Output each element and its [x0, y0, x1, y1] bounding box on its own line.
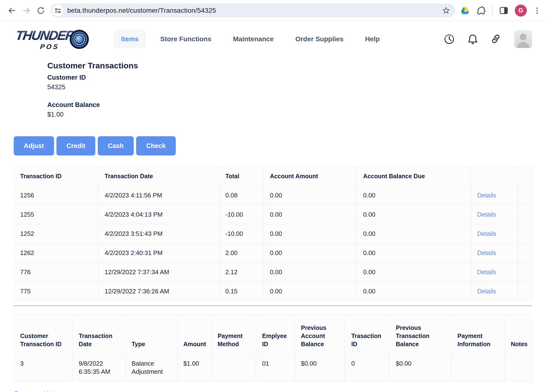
browser-profile-avatar[interactable]: G [515, 5, 527, 17]
customer-id-label: Customer ID [47, 73, 546, 82]
customer-transactions-col-header: Customer Transaction ID [14, 315, 72, 354]
customer-transaction-cell [504, 354, 532, 381]
cell-account-amount: 0.00 [264, 282, 357, 301]
customer-transaction-cell [211, 354, 256, 381]
browser-forward-button[interactable] [19, 3, 34, 18]
bookmark-star-icon[interactable] [442, 6, 450, 15]
adjust-button[interactable]: Adjust [14, 136, 54, 155]
details-cell: Details [471, 282, 517, 301]
browser-reload-button[interactable] [34, 3, 48, 18]
credit-button[interactable]: Credit [56, 136, 95, 155]
details-cell: Details [471, 244, 517, 263]
details-link[interactable]: Details [477, 288, 496, 295]
address-bar[interactable]: beta.thunderpos.net/customer/Transaction… [50, 4, 455, 18]
svg-text:THUNDER: THUNDER [15, 28, 76, 43]
customer-transaction-cell: $0.00 [295, 354, 345, 381]
cell-transaction-id: 1262 [14, 244, 98, 263]
customer-list-link[interactable]: Customer List [14, 390, 54, 392]
browser-menu-icon[interactable] [533, 6, 541, 15]
side-panel-icon[interactable] [499, 6, 508, 15]
transaction-row: 77612/29/2022 7:37:34 AM2.120.000.00Deta… [14, 263, 532, 282]
details-cell: Details [471, 263, 517, 282]
account-balance-label: Account Balance [47, 101, 546, 109]
customer-transaction-cell: 0 [345, 354, 390, 381]
cell-transaction-id: 776 [14, 263, 98, 282]
nav-item-store-functions[interactable]: Store Functions [153, 30, 219, 48]
forward-arrow-icon [22, 6, 31, 15]
cell-balance-due: 0.00 [357, 205, 471, 224]
link-icon [491, 34, 502, 45]
transaction-row: 12554/2/2023 4:04:13 PM-10.000.000.00Det… [14, 205, 532, 224]
customer-transactions-col-header: Payment Information [451, 315, 504, 354]
main-nav: Items Store Functions Maintenance Order … [114, 30, 444, 48]
site-settings-button[interactable] [52, 5, 63, 16]
details-link[interactable]: Details [477, 268, 496, 276]
customer-transaction-cell: 9/8/2022 6:35:35 AM [72, 354, 125, 381]
extensions-puzzle-icon[interactable] [476, 6, 486, 15]
link-button[interactable] [491, 34, 502, 45]
cell-balance-due: 0.00 [357, 224, 471, 244]
bell-icon [468, 34, 478, 45]
nav-item-order-supplies[interactable]: Order Supplies [288, 30, 351, 48]
details-link[interactable]: Details [477, 211, 496, 218]
notifications-button[interactable] [467, 34, 478, 45]
page-title: Customer Transactions [47, 60, 546, 70]
details-link[interactable]: Details [477, 230, 496, 237]
empty-cell [517, 224, 532, 244]
avatar-silhouette-icon [514, 30, 532, 48]
payment-actions: Adjust Credit Cash Check [14, 136, 546, 155]
cell-transaction-id: 1256 [14, 186, 98, 205]
app-header: THUNDER POS Items Store Functions Mainte… [0, 21, 546, 57]
cell-transaction-date: 4/2/2023 3:51:43 PM [98, 224, 219, 244]
customer-transactions-col-header: Amount [177, 315, 211, 354]
nav-item-maintenance[interactable]: Maintenance [226, 30, 281, 48]
customer-transaction-cell: 3 [14, 354, 72, 381]
nav-item-help[interactable]: Help [358, 30, 387, 48]
details-link[interactable]: Details [477, 192, 496, 199]
toolbar-divider [492, 6, 493, 15]
col-total: Total [219, 167, 264, 186]
empty-cell [517, 263, 532, 282]
cash-button[interactable]: Cash [98, 136, 134, 155]
url-text[interactable]: beta.thunderpos.net/customer/Transaction… [67, 7, 442, 14]
col-details-blank [471, 167, 517, 186]
transactions-table: Transaction ID Transaction Date Total Ac… [14, 166, 532, 301]
customer-transactions-col-header: Previous Transaction Balance [390, 315, 451, 354]
customer-transactions-col-header: Type [125, 315, 177, 354]
thunderpos-logo[interactable]: THUNDER POS [14, 25, 91, 54]
cell-transaction-date: 4/2/2023 4:11:56 PM [98, 186, 219, 205]
cell-account-amount: 0.00 [264, 224, 357, 244]
history-clock-icon [444, 34, 455, 45]
empty-cell [517, 282, 532, 301]
customer-transactions-col-header: Emplyee ID [256, 315, 295, 354]
cell-total: 0.15 [219, 282, 264, 301]
cell-total: 0.08 [219, 186, 264, 205]
details-cell: Details [471, 186, 517, 205]
customer-transactions-col-header: Payment Method [211, 315, 256, 354]
col-account-balance-due: Account Balance Due [357, 167, 471, 186]
cell-balance-due: 0.00 [357, 282, 471, 301]
customer-transactions-col-header: Previous Account Balance [295, 315, 345, 354]
history-clock-button[interactable] [444, 34, 455, 45]
cell-transaction-date: 12/29/2022 7:37:34 AM [98, 263, 219, 282]
svg-text:POS: POS [40, 43, 60, 50]
check-button[interactable]: Check [136, 136, 176, 155]
col-account-amount: Account Amount [264, 167, 357, 186]
empty-cell [517, 205, 532, 224]
browser-back-button[interactable] [5, 3, 19, 18]
tune-icon [55, 7, 61, 14]
header-icons [444, 30, 532, 48]
nav-item-items[interactable]: Items [114, 30, 146, 48]
google-drive-icon[interactable] [460, 6, 470, 16]
account-balance-value: $1.00 [47, 110, 546, 119]
customer-transaction-cell: 01 [256, 354, 295, 381]
cell-transaction-date: 4/2/2023 4:04:13 PM [98, 205, 219, 224]
thunderpos-logo-image: THUNDER POS [14, 25, 91, 53]
details-link[interactable]: Details [477, 249, 496, 256]
customer-transactions-col-header: Trasaction ID [345, 315, 390, 354]
customer-transactions-col-header: Transaction Date [72, 315, 125, 354]
transactions-header-row: Transaction ID Transaction Date Total Ac… [14, 167, 532, 186]
table-separator [14, 305, 532, 306]
cell-balance-due: 0.00 [357, 244, 471, 263]
user-avatar[interactable] [514, 30, 532, 48]
